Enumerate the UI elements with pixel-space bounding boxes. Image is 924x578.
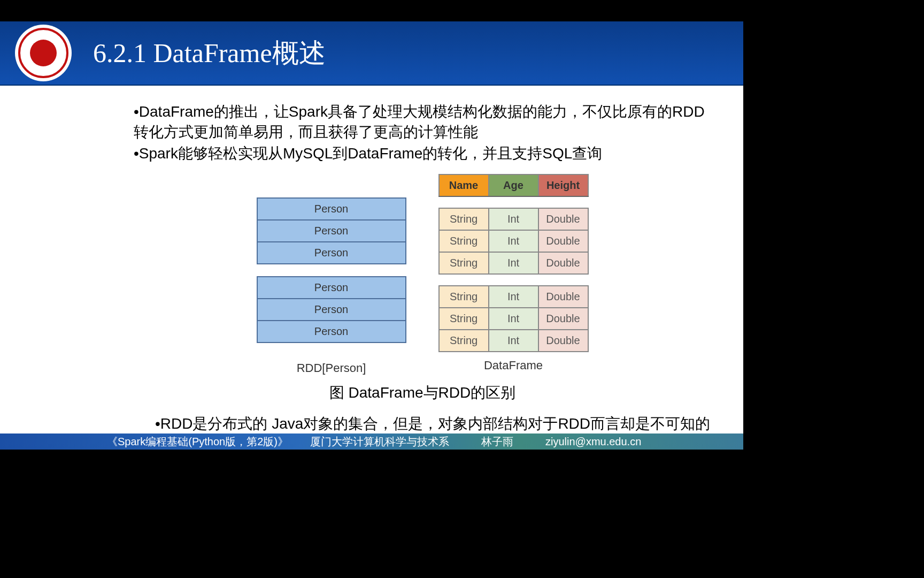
diagram: Person Person Person Person Person Perso… [134,174,711,376]
df-cell: Double [538,330,588,352]
df-cell: Double [538,230,588,252]
df-cell: Int [489,308,538,330]
rdd-cell: Person [257,299,406,321]
slide: 6.2.1 DataFrame概述 •DataFrame的推出，让Spark具备… [0,21,743,450]
df-cell: Int [489,208,538,230]
df-cell: Double [538,286,588,308]
bullet-top-2: •Spark能够轻松实现从MySQL到DataFrame的转化，并且支持SQL查… [134,143,711,164]
diagram-caption: 图 DataFrame与RDD的区别 [134,383,711,403]
df-header-height: Height [538,174,588,196]
df-cell: Double [538,208,588,230]
rdd-column: Person Person Person Person Person Perso… [257,174,406,376]
df-cell: String [439,230,489,252]
rdd-cell: Person [257,197,406,220]
df-cell: String [439,252,489,274]
slide-title: 6.2.1 DataFrame概述 [93,35,326,71]
df-cell: Int [489,252,538,274]
df-header-name: Name [439,174,489,196]
df-cell: String [439,208,489,230]
dataframe-label: DataFrame [484,358,543,374]
content-area: •DataFrame的推出，让Spark具备了处理大规模结构化数据的能力，不仅比… [134,102,711,456]
university-logo [15,25,72,81]
df-header-age: Age [489,174,538,196]
footer-dept: 厦门大学计算机科学与技术系 [310,435,481,449]
footer-email: ziyulin@xmu.edu.cn [545,436,641,448]
rdd-cell: Person [257,321,406,343]
df-cell: String [439,330,489,352]
footer-author: 林子雨 [481,435,545,449]
slide-footer: 《Spark编程基础(Python版，第2版)》 厦门大学计算机科学与技术系 林… [0,434,743,450]
df-cell: Int [489,286,538,308]
footer-book: 《Spark编程基础(Python版，第2版)》 [107,435,310,449]
rdd-label: RDD[Person] [297,360,366,376]
rdd-cell: Person [257,242,406,264]
df-cell: String [439,308,489,330]
rdd-cell: Person [257,276,406,299]
df-cell: Double [538,308,588,330]
rdd-cell: Person [257,220,406,242]
bullet-bottom-1: •RDD是分布式的 Java对象的集合，但是，对象内部结构对于RDD而言却是不可… [155,414,711,434]
df-cell: Int [489,330,538,352]
dataframe-table: Name Age Height String Int Double String… [438,174,589,352]
df-cell: Double [538,252,588,274]
df-cell: Int [489,230,538,252]
bullet-top-1: •DataFrame的推出，让Spark具备了处理大规模结构化数据的能力，不仅比… [134,102,711,142]
slide-header: 6.2.1 DataFrame概述 [0,21,743,86]
df-cell: String [439,286,489,308]
dataframe-column: Name Age Height String Int Double String… [438,174,589,376]
